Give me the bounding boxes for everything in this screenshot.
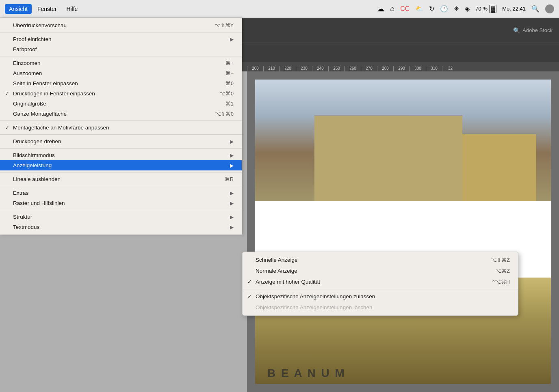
ruler-tick-220: 220 bbox=[280, 66, 296, 71]
refresh-icon[interactable]: ↻ bbox=[429, 5, 434, 13]
menu-item-originalgrosse[interactable]: Originalgröße ⌘1 bbox=[0, 99, 242, 109]
canvas-area: B E A N U M bbox=[247, 71, 559, 392]
arrow-icon: ▶ bbox=[230, 214, 234, 220]
battery-area: 70 % ▓ bbox=[475, 5, 496, 13]
page-canvas: B E A N U M bbox=[255, 80, 551, 384]
menu-hilfe[interactable]: Hilfe bbox=[62, 4, 82, 14]
creative-cloud-icon[interactable]: CC bbox=[400, 5, 410, 13]
beanum-sign: B E A N U M bbox=[267, 367, 346, 380]
home-icon[interactable]: ⌂ bbox=[390, 4, 394, 13]
ruler-tick-300: 300 bbox=[410, 66, 426, 71]
submenu-hohe-qualitat[interactable]: Anzeige mit hoher Qualität ^⌥⌘H bbox=[243, 276, 518, 287]
datetime: Mo. 22:41 bbox=[502, 6, 526, 12]
menu-item-proof-einrichten[interactable]: Proof einrichten ▶ bbox=[0, 34, 242, 44]
menu-item-seite-einpassen[interactable]: Seite in Fenster einpassen ⌘0 bbox=[0, 78, 242, 88]
menu-label: Druckbogen drehen bbox=[13, 138, 61, 144]
adobe-stock-search[interactable]: 🔍 Adobe Stock bbox=[513, 27, 552, 34]
menu-item-ganze-montageflache[interactable]: Ganze Montagefläche ⌥⇧⌘0 bbox=[0, 109, 242, 119]
menu-label: Überdruckenvorschau bbox=[13, 22, 67, 28]
bluetooth-icon[interactable]: ✳ bbox=[454, 5, 459, 13]
ruler-tick-230: 230 bbox=[296, 66, 312, 71]
menu-item-lineale-ausblenden[interactable]: Lineale ausblenden ⌘R bbox=[0, 174, 242, 184]
shortcut: ⌥⌘0 bbox=[207, 90, 234, 97]
menu-separator-8 bbox=[0, 210, 242, 210]
ruler-tick-240: 240 bbox=[312, 66, 328, 71]
menu-item-auszoomen[interactable]: Auszoomen ⌘− bbox=[0, 68, 242, 78]
ruler-tick-270: 270 bbox=[361, 66, 377, 71]
submenu-label: Normale Anzeige bbox=[256, 268, 297, 274]
arrow-icon: ▶ bbox=[230, 200, 234, 206]
menubar: Ansicht Fenster Hilfe ☁ ⌂ CC ⛅ ↻ 🕐 ✳ ◈ 7… bbox=[0, 0, 559, 18]
shortcut: ^⌥⌘H bbox=[480, 279, 510, 285]
ruler-tick-200: 200 bbox=[247, 66, 263, 71]
ruler-tick-260: 260 bbox=[344, 66, 361, 71]
menu-label: Proof einrichten bbox=[13, 36, 52, 42]
menu-item-druckbogen-einpassen[interactable]: Druckbogen in Fenster einpassen ⌥⌘0 bbox=[0, 88, 242, 99]
submenu-normale-anzeige[interactable]: Normale Anzeige ⌥⌘Z bbox=[243, 265, 518, 276]
shortcut: ⌘0 bbox=[213, 80, 234, 86]
submenu-label: Objektspezifische Anzeigeeinstellungen z… bbox=[256, 293, 375, 299]
ruler-tick-290: 290 bbox=[393, 66, 410, 71]
menu-separator-6 bbox=[0, 172, 242, 172]
main-menu: Überdruckenvorschau ⌥⇧⌘Y Proof einrichte… bbox=[0, 18, 242, 235]
ruler-tick-280: 280 bbox=[377, 66, 393, 71]
menu-separator-1 bbox=[0, 32, 242, 32]
ruler-tick-32x: 32 bbox=[442, 66, 458, 71]
submenu-label: Objektspezifische Anzeigeeinstellungen l… bbox=[256, 304, 372, 310]
menu-item-uberdruckenvorschau[interactable]: Überdruckenvorschau ⌥⇧⌘Y bbox=[0, 20, 242, 30]
shortcut: ⌘+ bbox=[213, 60, 234, 66]
wifi-icon[interactable]: ◈ bbox=[465, 5, 470, 13]
menu-label: Extras bbox=[13, 190, 28, 196]
menu-item-extras[interactable]: Extras ▶ bbox=[0, 188, 242, 198]
menu-item-druckbogen-drehen[interactable]: Druckbogen drehen ▶ bbox=[0, 136, 242, 146]
anzeigeleistung-submenu: Schnelle Anzeige ⌥⇧⌘Z Normale Anzeige ⌥⌘… bbox=[242, 252, 518, 316]
clock-icon[interactable]: 🕐 bbox=[440, 5, 448, 13]
cloud-icon2[interactable]: ⛅ bbox=[415, 5, 423, 13]
menu-label: Originalgröße bbox=[13, 101, 46, 107]
shortcut: ⌥⇧⌘0 bbox=[203, 111, 234, 117]
menu-label: Auszoomen bbox=[13, 70, 42, 76]
menu-item-struktur[interactable]: Struktur ▶ bbox=[0, 212, 242, 222]
menu-label: Farbproof bbox=[13, 46, 37, 52]
menu-separator-7 bbox=[0, 186, 242, 186]
battery-percent: 70 % bbox=[475, 6, 488, 12]
search-icon-stock: 🔍 bbox=[513, 27, 520, 34]
menu-item-anzeigeleistung[interactable]: Anzeigeleistung ▶ bbox=[0, 160, 242, 170]
canvas-image-top bbox=[255, 80, 551, 201]
shortcut: ⌥⌘Z bbox=[483, 268, 510, 274]
adobe-stock-label: Adobe Stock bbox=[522, 27, 552, 33]
menu-label: Textmodus bbox=[13, 224, 39, 230]
menu-label: Anzeigeleistung bbox=[13, 162, 52, 168]
menu-fenster[interactable]: Fenster bbox=[33, 4, 61, 14]
menu-label: Seite in Fenster einpassen bbox=[13, 80, 78, 86]
arrow-icon: ▶ bbox=[230, 224, 234, 230]
shortcut: ⌥⇧⌘Y bbox=[202, 22, 234, 28]
search-icon[interactable]: 🔍 bbox=[531, 5, 540, 13]
ruler-tick-250: 250 bbox=[328, 66, 344, 71]
menu-item-montageflache-anpassen[interactable]: Montagefläche an Motivfarbe anpassen bbox=[0, 123, 242, 133]
submenu-objektspezifische-zulassen[interactable]: Objektspezifische Anzeigeeinstellungen z… bbox=[243, 291, 518, 302]
icloud-icon[interactable]: ☁ bbox=[377, 4, 384, 13]
menu-item-bildschirmmodus[interactable]: Bildschirmmodus ▶ bbox=[0, 150, 242, 160]
menu-label: Bildschirmmodus bbox=[13, 152, 55, 158]
menu-item-raster-hilfslinien[interactable]: Raster und Hilfslinien ▶ bbox=[0, 198, 242, 208]
menu-label: Einzoomen bbox=[13, 60, 41, 66]
menubar-right: ☁ ⌂ CC ⛅ ↻ 🕐 ✳ ◈ 70 % ▓ Mo. 22:41 🔍 bbox=[377, 4, 554, 13]
menu-item-farbproof[interactable]: Farbproof bbox=[0, 44, 242, 54]
user-icon[interactable] bbox=[545, 4, 554, 13]
arrow-icon: ▶ bbox=[230, 139, 234, 144]
menu-label: Montagefläche an Motivfarbe anpassen bbox=[13, 125, 109, 131]
menu-label: Raster und Hilfslinien bbox=[13, 200, 65, 206]
ruler-tick-310: 310 bbox=[426, 66, 442, 71]
shortcut: ⌘− bbox=[213, 70, 234, 76]
shortcut: ⌘1 bbox=[213, 101, 234, 107]
menu-separator-3 bbox=[0, 121, 242, 121]
menu-separator-4 bbox=[0, 134, 242, 135]
menu-ansicht[interactable]: Ansicht bbox=[5, 4, 32, 14]
menu-label: Druckbogen in Fenster einpassen bbox=[13, 90, 95, 97]
ruler-tick-210: 210 bbox=[263, 66, 280, 71]
menu-item-einzoomen[interactable]: Einzoomen ⌘+ bbox=[0, 58, 242, 68]
submenu-schnelle-anzeige[interactable]: Schnelle Anzeige ⌥⇧⌘Z bbox=[243, 254, 518, 265]
menu-item-textmodus[interactable]: Textmodus ▶ bbox=[0, 222, 242, 232]
submenu-separator-1 bbox=[243, 289, 518, 289]
